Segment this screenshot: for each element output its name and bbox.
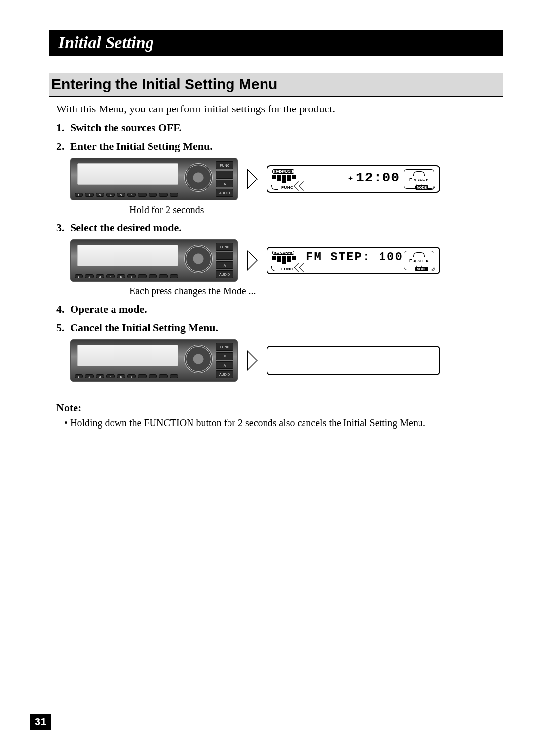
func-label: FUNC [281, 267, 293, 271]
f-button: F [216, 171, 233, 179]
aux-3 [170, 374, 178, 378]
preset-gap [138, 193, 146, 197]
func-button: FUNC [216, 243, 233, 251]
aux-2 [159, 193, 167, 197]
aux-2 [159, 274, 167, 278]
preset-1: 1 [75, 274, 83, 278]
note-heading: Note: [56, 401, 503, 414]
f-button: F [216, 252, 233, 260]
sel-left-icon: ◂ [413, 258, 416, 263]
step-3-caption: Each press changes the Mode ... [129, 286, 503, 297]
topic-title: Entering the Initial Setting Menu [51, 76, 277, 92]
preset-1: 1 [75, 374, 83, 378]
sel-f: F [409, 258, 412, 263]
section-title-bar: Initial Setting [49, 30, 503, 56]
page-number: 31 [30, 714, 51, 730]
aux-1 [149, 274, 157, 278]
preset-button-row: 1 2 3 4 5 6 [75, 193, 178, 197]
preset-5: 5 [117, 374, 125, 378]
audio-button: AUDIO [216, 270, 233, 278]
aux-1 [149, 193, 157, 197]
side-buttons: FUNC F A AUDIO [216, 161, 233, 197]
step-4-text: Operate a mode. [70, 303, 147, 315]
dpad-icon [184, 163, 213, 192]
audio-button: AUDIO [216, 189, 233, 197]
sparkle-icon: ✦ [348, 174, 354, 182]
a-button: A [216, 261, 233, 269]
sel-right-icon: ▸ [426, 258, 429, 263]
step-3: Select the desired mode. 1 2 3 4 5 6 [56, 221, 503, 297]
preset-5: 5 [117, 274, 125, 278]
step-2: Enter the Initial Setting Menu. 1 2 3 4 … [56, 140, 503, 216]
preset-gap [138, 274, 146, 278]
eq-bars-icon [272, 175, 296, 183]
step-5-text: Cancel the Initial Setting Menu. [70, 322, 218, 334]
sel-right-icon: ▸ [426, 177, 429, 182]
unit-lcd [77, 163, 178, 185]
dpad-icon [184, 345, 213, 373]
aux-3 [170, 274, 178, 278]
func-label: FUNC [281, 185, 293, 190]
eq-curve-label: EQ CURVE [272, 251, 294, 255]
step-1-text: Switch the sources OFF. [70, 121, 182, 134]
step-5: Cancel the Initial Setting Menu. 1 2 3 4… [56, 322, 503, 382]
eq-curve-label: EQ CURVE [272, 169, 294, 174]
manual-page: Initial Setting Entering the Initial Set… [0, 0, 533, 429]
head-unit-illustration: 1 2 3 4 5 6 FUNC F [70, 339, 238, 382]
preset-6: 6 [127, 274, 136, 278]
sel-label: SEL [417, 259, 425, 263]
unit-lcd [77, 345, 178, 366]
arrow-icon [247, 168, 258, 190]
step-3-text: Select the desired mode. [70, 221, 182, 234]
eq-bars-icon [272, 256, 296, 264]
arrow-icon [247, 250, 258, 271]
aux-3 [170, 193, 178, 197]
preset-button-row: 1 2 3 4 5 6 [75, 274, 178, 278]
side-buttons: FUNC F A AUDIO [216, 243, 233, 278]
preset-2: 2 [85, 193, 93, 197]
preset-2: 2 [85, 374, 93, 378]
a-button: A [216, 180, 233, 188]
preset-button-row: 1 2 3 4 5 6 [75, 374, 178, 378]
lcd-fm-display: EQ CURVE FM STEP: 100 F◂SEL▸ FUNC [266, 247, 440, 274]
step-1: Switch the sources OFF. [56, 121, 503, 134]
arrow-icon [247, 350, 258, 371]
steps-list: Switch the sources OFF. Enter the Initia… [56, 121, 503, 382]
preset-gap [138, 374, 146, 378]
sel-label: SEL [417, 178, 425, 182]
clock-value: 12:00 [356, 170, 400, 185]
unit-lcd [77, 245, 178, 266]
a-button: A [216, 361, 233, 369]
lcd-right-arc-icon [428, 266, 435, 271]
section-title: Initial Setting [58, 34, 154, 52]
intro-text: With this Menu, you can perform initial … [56, 103, 503, 115]
f-button: F [216, 352, 233, 360]
preset-3: 3 [96, 193, 104, 197]
topic-title-bar: Entering the Initial Setting Menu [49, 73, 503, 97]
sel-top-arc-icon [413, 171, 425, 176]
sel-f: F [409, 177, 412, 182]
lcd-left-arc-icon [271, 266, 278, 271]
lcd-right-arc-icon [428, 185, 435, 190]
preset-2: 2 [85, 274, 93, 278]
head-unit-illustration: 1 2 3 4 5 6 FUNC F [70, 239, 238, 282]
sel-top-arc-icon [413, 252, 425, 257]
lcd-chevrons-icon [293, 185, 308, 190]
lcd-clock-display: EQ CURVE ✦ 12:00 F◂SEL▸ [266, 165, 440, 193]
aux-2 [159, 374, 167, 378]
preset-3: 3 [96, 374, 104, 378]
side-buttons: FUNC F A AUDIO [216, 343, 233, 378]
head-unit-illustration: 1 2 3 4 5 6 FUNC F [70, 158, 238, 200]
step-2-caption: Hold for 2 seconds [129, 204, 503, 216]
preset-6: 6 [127, 193, 136, 197]
lcd-chevrons-icon [293, 266, 308, 271]
mode-label: MODE [415, 267, 428, 271]
clock-readout: ✦ 12:00 [348, 170, 400, 185]
step-4: Operate a mode. [56, 303, 503, 316]
preset-3: 3 [96, 274, 104, 278]
step-2-text: Enter the Initial Setting Menu. [70, 140, 213, 152]
sel-left-icon: ◂ [413, 177, 416, 182]
preset-4: 4 [106, 274, 114, 278]
preset-5: 5 [117, 193, 125, 197]
note-item-1: Holding down the FUNCTION button for 2 s… [64, 417, 503, 429]
